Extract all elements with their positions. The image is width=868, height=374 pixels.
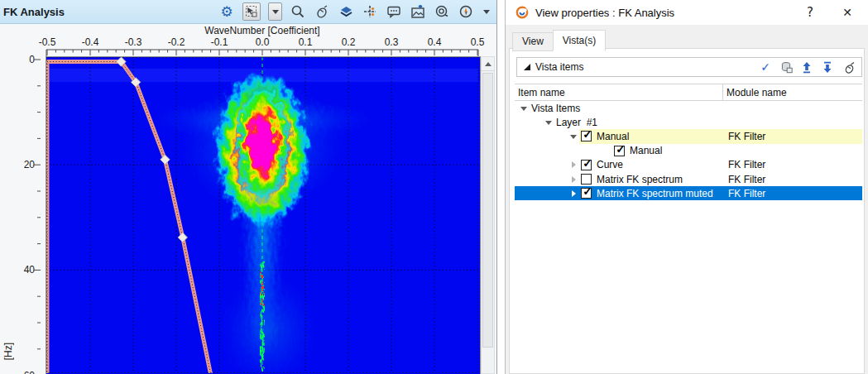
item-name: Manual (597, 131, 629, 142)
module-name: FK Filter (728, 188, 765, 199)
fk-panel-titlebar: FK Analysis ⚙ (0, 0, 496, 24)
tab-vistas[interactable]: Vista(s) (553, 30, 606, 51)
item-name: Manual (630, 145, 662, 156)
item-name: Matrix FK spectrum (597, 174, 683, 185)
x-tick-label: -0.3 (117, 36, 150, 48)
column-module-name[interactable]: Module name (723, 84, 862, 100)
y-tick-label: 60 (12, 370, 35, 374)
x-tick-label: -0.5 (31, 36, 64, 48)
scrollbar-up-icon[interactable] (482, 57, 494, 71)
x-tick-label: 0.5 (461, 36, 494, 48)
vista-logo-icon (516, 6, 529, 19)
module-name: FK Filter (728, 174, 765, 185)
select-mode-button[interactable] (242, 2, 261, 21)
export-image-icon[interactable] (410, 3, 426, 20)
x-tick-label: 0.2 (332, 36, 365, 48)
checkbox-checked[interactable]: ✓ (581, 188, 592, 199)
x-tick-label: -0.1 (203, 36, 236, 48)
close-button[interactable]: ✕ (835, 3, 860, 22)
vistas-tab-panel: Vista items ✓ (509, 48, 865, 374)
compass-dropdown-icon[interactable] (482, 3, 492, 20)
move-down-icon[interactable] (821, 60, 834, 74)
collapse-icon[interactable] (569, 132, 578, 141)
expand-icon[interactable] (569, 161, 578, 169)
select-arrow-icon (245, 5, 258, 18)
view-properties-dialog: View properties : FK Analysis ? ✕ ViewVi… (505, 0, 868, 374)
mouse-icon[interactable] (314, 3, 330, 20)
tree-row-matrix-fk-spectrum[interactable]: Matrix FK spectrumFK Filter (515, 172, 862, 186)
vista-items-label: Vista items (535, 61, 583, 73)
fk-spectrum-plot[interactable] (46, 56, 481, 374)
module-name: FK Filter (728, 131, 765, 142)
checkbox-unchecked[interactable] (581, 174, 592, 185)
zoom-icon[interactable] (290, 3, 306, 20)
tree-row-vista-items[interactable]: Vista Items (515, 101, 862, 115)
y-tick-label: 0 (12, 54, 35, 65)
expand-icon[interactable] (569, 175, 578, 184)
x-tick-label: -0.4 (74, 36, 107, 48)
scrollbar-thumb[interactable] (482, 73, 493, 348)
item-name: Matrix FK spectrum muted (597, 188, 713, 199)
column-item-name[interactable]: Item name (515, 84, 723, 100)
section-collapse-icon (524, 64, 530, 70)
dialog-title: View properties : FK Analysis (535, 7, 674, 19)
collapse-icon[interactable] (520, 104, 528, 113)
tree-row-manual[interactable]: ✓ManualFK Filter (515, 129, 862, 143)
fk-panel-title: FK Analysis (0, 6, 65, 18)
checkbox-checked[interactable]: ✓ (581, 160, 592, 170)
y-tick-label: 40 (12, 264, 35, 276)
tree-row-curve[interactable]: ✓CurveFK Filter (515, 158, 862, 172)
select-mode-dropdown-icon[interactable] (268, 2, 282, 21)
x-tick-label: -0.2 (160, 36, 193, 48)
comments-icon[interactable] (386, 3, 402, 20)
item-name: Layer #1 (556, 117, 597, 128)
vista-header-icons: ✓ (759, 60, 861, 74)
x-tick-label: 0.0 (246, 36, 279, 48)
crosshair-icon[interactable] (362, 3, 378, 20)
x-tick-label: 0.4 (418, 36, 451, 48)
settings-gear-icon[interactable]: ⚙ (218, 3, 235, 20)
collapse-icon[interactable] (544, 118, 553, 127)
checkbox-checked[interactable]: ✓ (581, 131, 592, 141)
zero-line-bottom-highlight (261, 260, 263, 373)
x-tick-label: 0.1 (289, 36, 322, 48)
dialog-titlebar: View properties : FK Analysis ? ✕ (506, 0, 868, 25)
item-name: Curve (597, 159, 623, 170)
copy-database-icon[interactable] (779, 60, 793, 74)
vista-items-table: Item name Module name Vista ItemsLayer #… (515, 84, 862, 373)
vista-items-section-header[interactable]: Vista items ✓ (516, 57, 862, 77)
plot-vertical-scrollbar[interactable] (481, 56, 495, 374)
app-root: { "left_panel": { "title": "FK Analysis"… (0, 0, 868, 374)
vista-items-tree: Vista ItemsLayer #1✓ManualFK Filter✓Manu… (515, 101, 862, 200)
fk-toolbar: ⚙ (218, 2, 496, 21)
mouse-assign-icon[interactable] (842, 60, 855, 74)
dialog-tabs: ViewVista(s) (512, 30, 605, 51)
module-name: FK Filter (728, 159, 765, 170)
tree-row-layer-1[interactable]: Layer #1 (515, 115, 862, 129)
move-up-icon[interactable] (800, 60, 813, 74)
fk-analysis-panel: FK Analysis ⚙ (0, 0, 497, 374)
spectrum-blob (214, 70, 310, 229)
checkbox-checked[interactable]: ✓ (614, 146, 625, 156)
tree-row-matrix-fk-spectrum-muted[interactable]: ✓Matrix FK spectrum mutedFK Filter (515, 186, 862, 200)
fk-spectrum-canvas (46, 57, 478, 373)
tree-row-manual[interactable]: ✓Manual (515, 144, 862, 158)
x-axis-title: WaveNumber [Coefficient] (46, 25, 478, 36)
item-name: Vista Items (531, 103, 580, 114)
x-tick-label: 0.3 (375, 36, 408, 48)
help-button[interactable]: ? (798, 3, 822, 22)
compass-icon[interactable] (458, 3, 474, 20)
table-column-header: Item name Module name (515, 84, 862, 101)
expand-icon[interactable] (569, 189, 578, 198)
magnify-region-icon[interactable] (434, 3, 450, 20)
y-tick-label: 20 (12, 159, 35, 170)
y-axis-unit-label: [Hz] (2, 343, 14, 360)
apply-check-icon[interactable]: ✓ (759, 60, 772, 74)
tab-view[interactable]: View (512, 32, 554, 51)
layers-icon[interactable] (338, 3, 354, 20)
